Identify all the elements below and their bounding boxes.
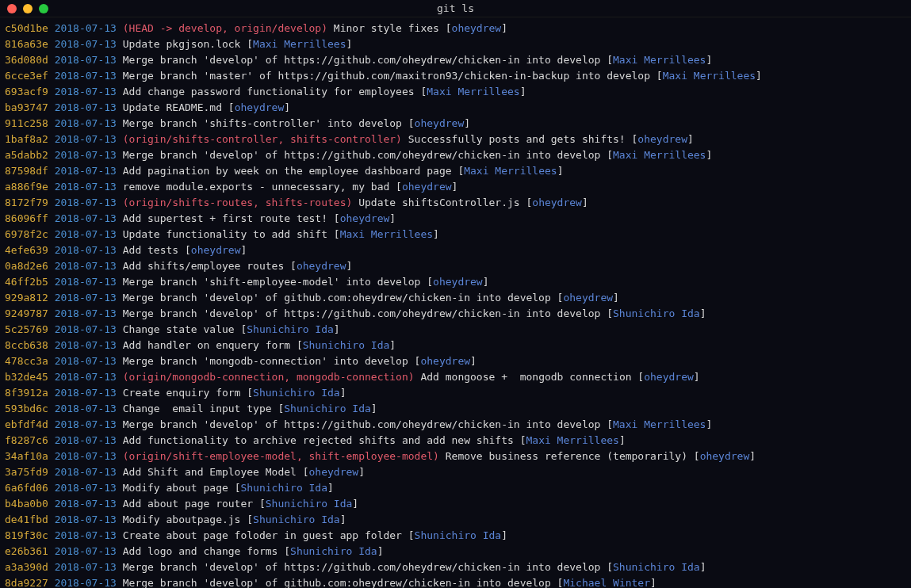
commit-author: oheydrew — [563, 292, 613, 304]
commit-line: 36d080d 2018-07-13 Merge branch 'develop… — [5, 52, 906, 68]
terminal-output[interactable]: c50d1be 2018-07-13 (HEAD -> develop, ori… — [0, 17, 911, 588]
commit-author: oheydrew — [235, 101, 285, 113]
commit-hash: 6978f2c — [5, 228, 48, 240]
commit-hash: 3a75fd9 — [5, 466, 48, 478]
commit-line: 34af10a 2018-07-13 (origin/shift-employe… — [5, 449, 906, 464]
commit-line: a3a390d 2018-07-13 Merge branch 'develop… — [5, 559, 906, 575]
commit-refs: (origin/shift-employee-model, shift-empl… — [123, 450, 439, 462]
commit-date: 2018-07-13 — [55, 403, 117, 414]
bracket-close: ] — [582, 197, 588, 208]
commit-message: Change state value — [123, 323, 235, 335]
bracket-close: ] — [334, 323, 340, 335]
bracket-close: ] — [483, 276, 489, 288]
bracket-close: ] — [340, 387, 346, 399]
commit-hash: 8ccb638 — [5, 339, 48, 351]
bracket-close: ] — [557, 165, 564, 177]
commit-date: 2018-07-13 — [55, 276, 117, 288]
commit-line: 1baf8a2 2018-07-13 (origin/shifts-contro… — [5, 132, 906, 147]
commit-author: Shunichiro Ida — [613, 561, 700, 573]
bracket-close: ] — [377, 545, 384, 557]
commit-line: 6978f2c 2018-07-13 Update functionality … — [5, 227, 906, 242]
bracket-open: [ — [334, 228, 340, 240]
traffic-lights — [0, 4, 48, 13]
bracket-open: [ — [259, 498, 266, 510]
bracket-open: [ — [284, 545, 290, 557]
commit-message: Merge branch 'develop' of https://github… — [123, 418, 601, 430]
commit-author: Shunichiro Ida — [253, 387, 340, 399]
commit-author: oheydrew — [532, 197, 582, 208]
commit-date: 2018-07-13 — [55, 228, 117, 240]
commit-hash: b32de45 — [5, 371, 48, 383]
commit-message: Merge branch 'develop' of https://github… — [123, 54, 601, 66]
commit-line: 5c25769 2018-07-13 Change state value [S… — [5, 322, 906, 338]
commit-date: 2018-07-13 — [55, 323, 117, 335]
commit-hash: 34af10a — [5, 450, 48, 462]
maximize-button[interactable] — [39, 4, 48, 13]
commit-message: Merge branch 'develop' of github.com:ohe… — [123, 292, 551, 304]
minimize-button[interactable] — [23, 4, 33, 13]
commit-hash: 46ff2b5 — [5, 276, 48, 288]
commit-author: Shunichiro Ida — [253, 514, 340, 525]
commit-date: 2018-07-13 — [55, 165, 117, 177]
commit-line: 9249787 2018-07-13 Merge branch 'develop… — [5, 306, 906, 322]
commit-date: 2018-07-13 — [55, 339, 117, 351]
commit-author: Shunichiro Ida — [613, 307, 700, 319]
commit-date: 2018-07-13 — [55, 149, 117, 161]
commit-line: a5dabb2 2018-07-13 Merge branch 'develop… — [5, 147, 906, 163]
commit-author: oheydrew — [297, 260, 346, 272]
commit-hash: 87598df — [5, 165, 48, 177]
commit-message: Add handler on enquery form — [123, 339, 290, 351]
commit-hash: 1baf8a2 — [5, 133, 48, 145]
commit-refs: (origin/shifts-controller, shifts-contro… — [123, 133, 402, 145]
commit-line: 8172f79 2018-07-13 (origin/shifts-routes… — [5, 195, 906, 211]
commit-message: Add mongoose + mongodb connection — [420, 371, 631, 383]
commit-line: 816a63e 2018-07-13 Update pkgjson.lock [… — [5, 36, 906, 52]
commit-hash: 9249787 — [5, 307, 48, 319]
commit-author: Maxi Merrillees — [613, 54, 706, 66]
commit-hash: c50d1be — [5, 22, 48, 34]
commit-message: Remove business reference (temporarily) — [446, 450, 687, 462]
commit-message: Add logo and change forms — [123, 545, 278, 557]
commit-hash: 6a6fd06 — [5, 482, 48, 494]
commit-author: oheydrew — [433, 276, 483, 288]
commit-hash: de41fbd — [5, 514, 48, 525]
bracket-open: [ — [185, 244, 191, 256]
commit-line: ba93747 2018-07-13 Update README.md [ohe… — [5, 100, 906, 116]
commit-author: Shunichiro Ida — [290, 545, 377, 557]
bracket-close: ] — [371, 403, 377, 414]
commit-date: 2018-07-13 — [55, 70, 117, 82]
bracket-open: [ — [446, 22, 452, 34]
commit-author: Maxi Merrillees — [663, 70, 756, 82]
commit-date: 2018-07-13 — [55, 545, 117, 557]
commit-line: ebfdf4d 2018-07-13 Merge branch 'develop… — [5, 417, 906, 433]
commit-date: 2018-07-13 — [55, 292, 117, 304]
close-button[interactable] — [7, 4, 17, 13]
bracket-close: ] — [340, 514, 346, 525]
commit-message: Update functionality to add shift — [123, 228, 327, 240]
commit-message: Add change password functionality for em… — [123, 86, 415, 97]
bracket-close: ] — [352, 498, 358, 510]
commit-message: Add Shift and Employee Model — [123, 466, 297, 478]
commit-hash: 929a812 — [5, 292, 48, 304]
bracket-open: [ — [247, 38, 253, 50]
commit-date: 2018-07-13 — [55, 260, 117, 272]
commit-line: b4ba0b0 2018-07-13 Add about page router… — [5, 496, 906, 512]
commit-author: Maxi Merrillees — [613, 418, 706, 430]
commit-line: 478cc3a 2018-07-13 Merge branch 'mongodb… — [5, 353, 906, 369]
commit-hash: 8da9227 — [5, 577, 48, 588]
commit-hash: 693acf9 — [5, 86, 48, 97]
commit-hash: 86096ff — [5, 212, 48, 224]
commit-author: Maxi Merrillees — [340, 228, 433, 240]
bracket-open: [ — [334, 212, 340, 224]
commit-line: c50d1be 2018-07-13 (HEAD -> develop, ori… — [5, 21, 906, 36]
commit-message: Add supertest + first route test! — [123, 212, 327, 224]
commit-hash: a886f9e — [5, 181, 48, 193]
commit-date: 2018-07-13 — [55, 101, 117, 113]
commit-line: 4efe639 2018-07-13 Add tests [oheydrew] — [5, 242, 906, 258]
bracket-open: [ — [637, 371, 644, 383]
commit-line: 593bd6c 2018-07-13 Change email input ty… — [5, 401, 906, 417]
commit-hash: 819f30c — [5, 529, 48, 541]
commit-line: 6a6fd06 2018-07-13 Modify about page [Sh… — [5, 480, 906, 496]
bracket-close: ] — [700, 307, 706, 319]
commit-author: oheydrew — [420, 355, 470, 367]
